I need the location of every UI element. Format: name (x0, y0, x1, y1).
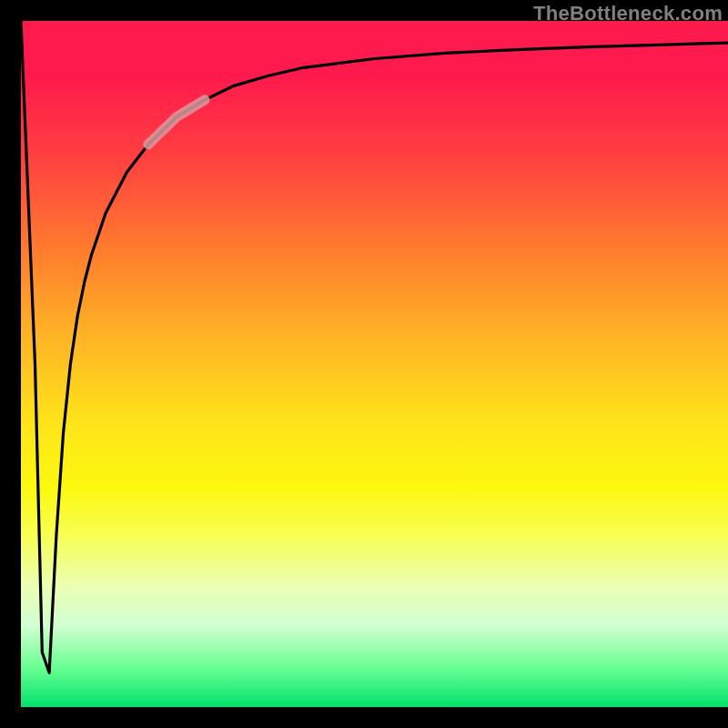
bottleneck-curve (21, 21, 728, 672)
highlight-segment (148, 100, 205, 145)
plot-area (21, 21, 728, 707)
chart-frame: TheBottleneck.com (0, 0, 728, 728)
curve-svg (21, 21, 728, 707)
